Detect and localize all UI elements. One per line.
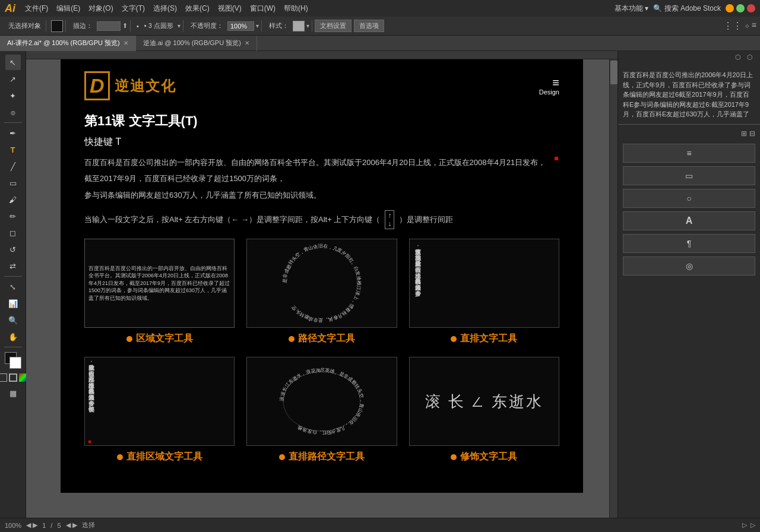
canvas-area[interactable]: D 逆迪文化 ≡ Design 第11课 文字工具(T) 快捷键 T 百度百科是… (26, 51, 618, 518)
rp-rect-icon: ▭ (685, 171, 693, 180)
dot-2 (289, 336, 294, 342)
tool-label-5: 直排路径文字工具 (279, 451, 365, 463)
menu-file[interactable]: 文件(F) (21, 2, 52, 15)
menu-effect[interactable]: 效果(C) (182, 2, 213, 15)
maximize-button[interactable] (736, 4, 745, 12)
v-area-text: 非成败转头空，青山依旧在，几度夕阳红。白发渔樵江渚上，惯看秋月春风。一壶浊酒喜相… (87, 360, 94, 443)
menu-select[interactable]: 选择(S) (150, 2, 180, 15)
nav-hamburger: ≡ Design (539, 77, 559, 96)
pen-tool[interactable]: ✒ (5, 125, 21, 141)
direct-selection-tool[interactable]: ↗ (5, 71, 21, 87)
area-text-content: 百度百科是百度公司推出的一部内容开放、自由的网络百科全书平台。其测试版于2006… (85, 261, 234, 306)
rp-circle2-icon: ◎ (686, 261, 693, 271)
magic-wand-tool[interactable]: ✦ (5, 88, 21, 103)
line-tool[interactable]: ╱ (5, 159, 21, 174)
style-dropdown[interactable]: ▾ (306, 23, 309, 29)
rp-text-icon: A (686, 216, 693, 226)
rp-circle-btn[interactable]: ○ (623, 189, 755, 208)
scale-tool[interactable]: ⤡ (5, 279, 21, 294)
status-right: ▷ ▷ (742, 521, 755, 529)
artboard-tool[interactable]: ▦ (5, 385, 21, 401)
scroll-bar-right[interactable] (609, 59, 618, 518)
menu-view[interactable]: 视图(V) (214, 2, 245, 15)
rp-list-icon[interactable]: ⊟ (749, 129, 755, 138)
lasso-tool[interactable]: ⌾ (5, 104, 21, 120)
color-mode-stroke[interactable] (9, 373, 17, 382)
menu-object[interactable]: 对象(O) (85, 2, 116, 15)
selection-tool[interactable]: ↖ (5, 55, 21, 70)
rect-tool[interactable]: ▭ (5, 175, 21, 191)
opacity-dropdown[interactable]: ▾ (256, 23, 259, 29)
rp-expand-icon[interactable]: ⬡ (735, 53, 745, 63)
rp-text-btn[interactable]: A (623, 211, 755, 230)
deco-text-content: 滚 长 ∠ 东逝水 (425, 391, 543, 412)
menu-window[interactable]: 窗口(W) (246, 2, 279, 15)
rp-collapse-icon[interactable]: ⬡ (747, 53, 756, 63)
paintbrush-tool[interactable]: 🖌 (5, 192, 21, 207)
rotate-tool[interactable]: ↺ (5, 242, 21, 257)
svg-text:是非成败转头空，青山依旧在，几度夕阳红。白发渔樵江渚上，惯看: 是非成败转头空，青山依旧在，几度夕阳红。白发渔樵江渚上，惯看秋月春风。是非成败转… (282, 243, 362, 323)
tool-name-6: 修饰文字工具 (460, 451, 517, 463)
tab-close-2[interactable]: ✕ (245, 40, 249, 46)
doc-settings-button[interactable]: 文档设置 (315, 20, 352, 32)
logo-brand-text: 逆迪文化 (115, 77, 176, 96)
hand-tool[interactable]: ✋ (5, 329, 21, 344)
menu-edit[interactable]: 编辑(E) (53, 2, 84, 15)
red-indicator (555, 157, 558, 160)
scroll-top[interactable] (26, 51, 618, 59)
text-tool[interactable]: T (5, 142, 21, 157)
no-selection-label: 无选择对象 (6, 20, 43, 31)
menu-help[interactable]: 帮助(H) (280, 2, 312, 15)
desc-line3: 参与词条编辑的网友超过630万人，几乎涵盖了所有已知的知识领域。 (84, 188, 559, 202)
style-color[interactable] (293, 21, 305, 31)
arrange-icon[interactable]: ⬦ (745, 20, 749, 31)
demo-box-vertical: 滚滚长江东逝水，浪花淘尽英雄。是非成败转头空，青山依旧在。渔樵江渚上，惯看秋月春… (409, 239, 559, 328)
more-icon[interactable]: ≡ (752, 20, 756, 31)
tab-nidi[interactable]: 逆迪.ai @ 100% (RGB/GPU 预览) ✕ (136, 36, 257, 51)
status-arrow-right[interactable]: ▷ (750, 521, 755, 529)
close-button[interactable] (747, 4, 755, 12)
rp-rect-btn[interactable]: ▭ (623, 166, 755, 185)
points-dropdown[interactable]: ▾ (178, 23, 180, 29)
search-stock[interactable]: 🔍 搜索 Adobe Stock (653, 4, 721, 14)
pencil-tool[interactable]: ✏ (5, 208, 21, 224)
rp-grid-icon[interactable]: ⊞ (741, 129, 747, 138)
text-cursor (88, 441, 91, 443)
zoom-tool[interactable]: 🔍 (5, 312, 21, 328)
brand-logo: D 逆迪文化 (84, 71, 176, 100)
tool-label-2: 路径文字工具 (289, 332, 355, 345)
tab-ai-coursework[interactable]: AI-课件2.ai* @ 100% (RGB/GPU 预览) ✕ (0, 36, 136, 51)
panel-toggle[interactable]: ⋮⋮ (723, 20, 742, 31)
ellipse-path-svg: 滚滚长江东逝水，浪花淘尽英雄。是非成败转头空，青山依旧在，几度夕阳红。白发渔樵 (274, 360, 369, 443)
points-label[interactable]: • 3 点圆形 (142, 20, 176, 31)
hamburger-icon[interactable]: ≡ (539, 77, 559, 88)
scroll-thumb-right[interactable] (610, 61, 618, 84)
tab-close-1[interactable]: ✕ (124, 40, 128, 46)
stroke-arrows[interactable]: ⬆ (122, 22, 128, 30)
color-selector[interactable] (5, 352, 21, 369)
eraser-tool[interactable]: ◻ (5, 225, 21, 240)
view-toggle[interactable]: ▷ (742, 521, 747, 529)
background-color[interactable] (10, 357, 21, 369)
preferences-button[interactable]: 首选项 (354, 20, 384, 32)
opacity-input[interactable] (227, 21, 254, 31)
rp-para-btn[interactable]: ¶ (623, 234, 755, 253)
mirror-tool[interactable]: ⇄ (5, 258, 21, 274)
menu-text[interactable]: 文字(T) (118, 2, 148, 15)
minimize-button[interactable] (726, 4, 734, 12)
opacity-label: 不透明度： (188, 20, 226, 31)
rp-lines-btn[interactable]: ≡ (623, 144, 755, 163)
zoom-level[interactable]: 100% (5, 522, 21, 529)
basic-functions[interactable]: 基本功能 ▾ (615, 4, 648, 14)
nav-arrows[interactable]: ◀ ▶ (66, 521, 77, 529)
hint-text2: ）是调整行间距 (399, 214, 453, 225)
stroke-color-box[interactable] (51, 20, 63, 32)
stroke-input[interactable] (97, 21, 121, 31)
shortcut-label: 快捷键 T (84, 136, 559, 148)
toolbar-right: ⋮⋮ ⬦ ≡ (723, 20, 756, 31)
tab-label-2: 逆迪.ai @ 100% (RGB/GPU 预览) (143, 39, 241, 48)
dot-4 (117, 454, 123, 460)
color-mode-fill[interactable] (0, 373, 7, 382)
graph-tool[interactable]: 📊 (5, 296, 21, 311)
rp-circle2-btn[interactable]: ◎ (623, 256, 755, 276)
